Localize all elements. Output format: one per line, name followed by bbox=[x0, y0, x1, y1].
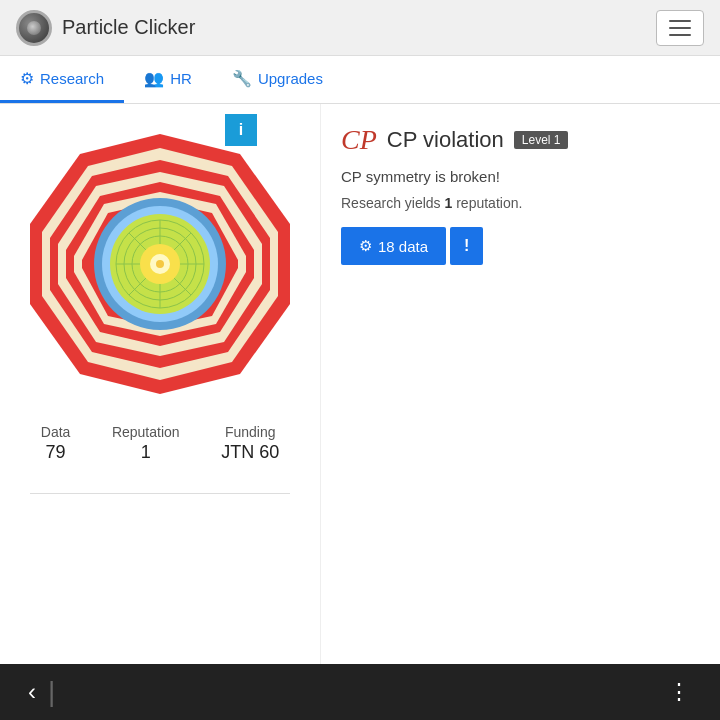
nav-divider: | bbox=[48, 676, 55, 708]
logo-inner bbox=[27, 21, 41, 35]
exclaim-button[interactable]: ! bbox=[450, 227, 483, 265]
action-buttons: ⚙ 18 data ! bbox=[341, 227, 700, 265]
main-content: i bbox=[0, 104, 720, 664]
research-description: CP symmetry is broken! bbox=[341, 168, 700, 185]
upgrades-tab-icon: 🔧 bbox=[232, 69, 252, 88]
particle-svg bbox=[20, 124, 300, 404]
left-divider bbox=[30, 493, 290, 494]
center-core bbox=[156, 260, 164, 268]
stat-data: Data 79 bbox=[41, 424, 71, 463]
cp-icon: CP bbox=[341, 124, 377, 156]
stat-reputation: Reputation 1 bbox=[112, 424, 180, 463]
hr-tab-icon: 👥 bbox=[144, 69, 164, 88]
data-button-label: 18 data bbox=[378, 238, 428, 255]
stat-funding: Funding JTN 60 bbox=[221, 424, 279, 463]
research-yields: Research yields 1 reputation. bbox=[341, 195, 700, 211]
hamburger-line-2 bbox=[669, 27, 691, 29]
app-header: Particle Clicker bbox=[0, 0, 720, 56]
hamburger-line-3 bbox=[669, 34, 691, 36]
bottom-nav-bar: ‹ | ⋮ bbox=[0, 664, 720, 720]
more-options-button[interactable]: ⋮ bbox=[660, 671, 700, 713]
tab-upgrades[interactable]: 🔧 Upgrades bbox=[212, 56, 343, 103]
stat-reputation-value: 1 bbox=[112, 442, 180, 463]
right-panel: CP CP violation Level 1 CP symmetry is b… bbox=[320, 104, 720, 664]
back-button[interactable]: ‹ bbox=[20, 670, 44, 714]
tab-bar: ⚙ Research 👥 HR 🔧 Upgrades bbox=[0, 56, 720, 104]
app-logo bbox=[16, 10, 52, 46]
tab-hr-label: HR bbox=[170, 70, 192, 87]
level-badge: Level 1 bbox=[514, 131, 569, 149]
research-tab-icon: ⚙ bbox=[20, 69, 34, 88]
stats-row: Data 79 Reputation 1 Funding JTN 60 bbox=[20, 424, 300, 463]
stat-data-label: Data bbox=[41, 424, 71, 440]
stat-funding-value: JTN 60 bbox=[221, 442, 279, 463]
yields-prefix: Research yields bbox=[341, 195, 445, 211]
data-button[interactable]: ⚙ 18 data bbox=[341, 227, 446, 265]
exclaim-label: ! bbox=[464, 237, 469, 254]
research-header: CP CP violation Level 1 bbox=[341, 124, 700, 156]
yields-suffix: reputation. bbox=[452, 195, 522, 211]
stat-data-value: 79 bbox=[41, 442, 71, 463]
tab-upgrades-label: Upgrades bbox=[258, 70, 323, 87]
header-left: Particle Clicker bbox=[16, 10, 195, 46]
info-badge[interactable]: i bbox=[225, 114, 257, 146]
left-panel: i bbox=[0, 104, 320, 664]
menu-button[interactable] bbox=[656, 10, 704, 46]
research-title: CP violation bbox=[387, 127, 504, 153]
stat-reputation-label: Reputation bbox=[112, 424, 180, 440]
gear-icon: ⚙ bbox=[359, 237, 372, 255]
tab-research-label: Research bbox=[40, 70, 104, 87]
stat-funding-label: Funding bbox=[221, 424, 279, 440]
bottom-left: ‹ | bbox=[20, 670, 55, 714]
hamburger-line-1 bbox=[669, 20, 691, 22]
tab-research[interactable]: ⚙ Research bbox=[0, 56, 124, 103]
app-title: Particle Clicker bbox=[62, 16, 195, 39]
tab-hr[interactable]: 👥 HR bbox=[124, 56, 212, 103]
particle-visualizer[interactable] bbox=[20, 124, 300, 404]
